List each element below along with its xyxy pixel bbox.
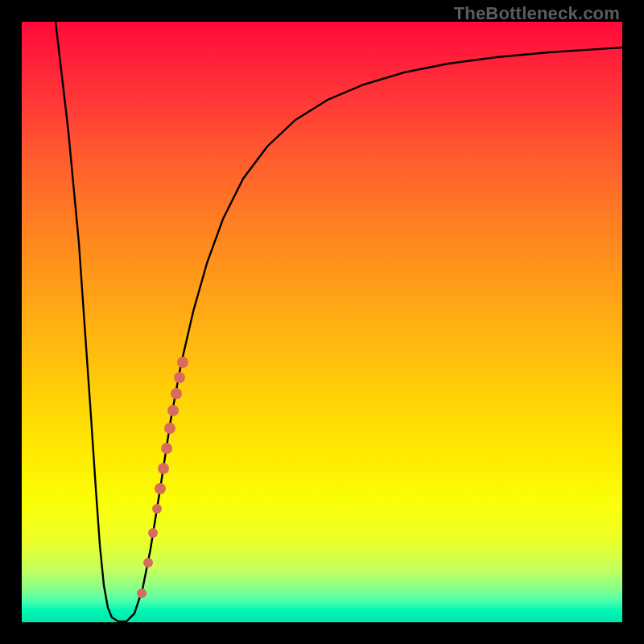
- marker-dot: [148, 528, 158, 538]
- watermark-text: TheBottleneck.com: [454, 3, 620, 24]
- plot-area: [22, 22, 622, 622]
- chart-frame: TheBottleneck.com: [0, 0, 644, 644]
- chart-svg: [22, 22, 622, 622]
- marker-dot: [152, 504, 162, 514]
- marker-dot: [143, 558, 153, 568]
- marker-dot: [161, 443, 172, 454]
- marker-dot: [137, 588, 147, 598]
- marker-dot: [158, 463, 169, 474]
- marker-dot: [171, 388, 182, 399]
- curve-path: [56, 22, 622, 621]
- marker-dot: [164, 423, 175, 434]
- marker-dot: [174, 372, 185, 383]
- marker-dot: [167, 405, 179, 416]
- marker-dot: [177, 357, 188, 368]
- marker-dot: [155, 483, 166, 494]
